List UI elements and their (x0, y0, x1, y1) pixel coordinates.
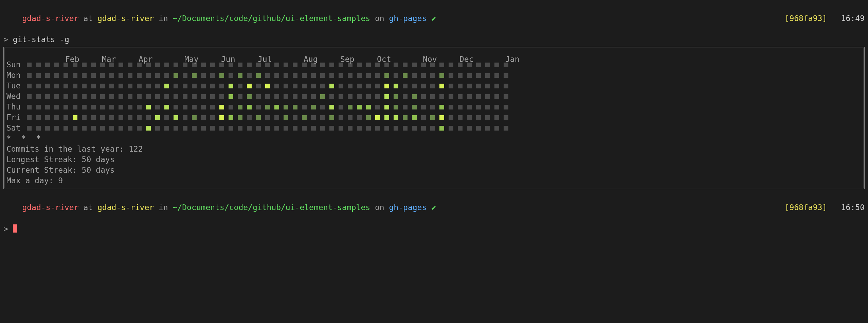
contribution-cell (183, 94, 187, 99)
contribution-cell (375, 84, 380, 88)
contribution-cell (348, 115, 352, 120)
contribution-cell (82, 115, 87, 120)
calendar-row: Wed (6, 91, 862, 102)
contribution-cell (403, 84, 408, 88)
contribution-cell (192, 126, 197, 131)
contribution-cell (45, 63, 50, 67)
contribution-cell (128, 73, 132, 78)
contribution-cell (366, 115, 371, 120)
contribution-cell (430, 94, 435, 99)
contribution-cell (348, 126, 352, 131)
contribution-cell (54, 84, 59, 88)
contribution-cell (403, 115, 408, 120)
contribution-cell (201, 63, 206, 67)
contribution-cell (284, 84, 288, 88)
contribution-cell (64, 115, 68, 120)
contribution-cell (339, 73, 343, 78)
contribution-cell (128, 105, 132, 109)
contribution-cell (274, 84, 279, 88)
cells-container (27, 84, 508, 88)
contribution-cell (64, 126, 68, 131)
contribution-cell (504, 94, 508, 99)
contribution-cell (174, 63, 178, 67)
contribution-cell (174, 73, 178, 78)
contribution-cell (274, 115, 279, 120)
contribution-cell (375, 73, 380, 78)
contribution-cell (91, 84, 96, 88)
contribution-cell (82, 105, 87, 109)
contribution-cell (128, 63, 132, 67)
contribution-cell (137, 126, 142, 131)
contribution-cell (421, 94, 426, 99)
contribution-cell (274, 73, 279, 78)
contribution-cell (109, 126, 114, 131)
shell-prompt-1: gdad-s-river at gdad-s-river in ~/Docume… (3, 3, 865, 34)
contribution-cell (73, 84, 77, 88)
contribution-cell (155, 73, 160, 78)
contribution-cell (302, 115, 307, 120)
contribution-cell (293, 73, 297, 78)
contribution-cell (485, 126, 490, 131)
contribution-cell (128, 115, 132, 120)
contribution-cell (293, 94, 297, 99)
contribution-cell (458, 84, 463, 88)
contribution-cell (320, 63, 325, 67)
contribution-cell (183, 126, 187, 131)
contribution-cell (36, 84, 41, 88)
contribution-cell (27, 105, 32, 109)
contribution-cell (36, 63, 41, 67)
contribution-cell (421, 105, 426, 109)
contribution-cell (449, 63, 453, 67)
prompt-on: on (370, 14, 389, 23)
contribution-cell (164, 94, 169, 99)
contribution-cell (256, 84, 261, 88)
contribution-cell (412, 126, 417, 131)
contribution-cell (449, 84, 453, 88)
command-line-2[interactable]: > (3, 224, 865, 234)
git-stats-output-box: FebMarAprMayJunJulAugSepOctNovDecJan Sun… (3, 47, 865, 189)
contribution-cell (164, 105, 169, 109)
prompt-host: gdad-s-river (97, 14, 154, 23)
prompt-check-icon: ✔ (427, 14, 436, 23)
contribution-cell (458, 94, 463, 99)
contribution-cell (73, 73, 77, 78)
contribution-cell (91, 94, 96, 99)
contribution-cell (146, 84, 151, 88)
contribution-cell (357, 63, 362, 67)
prompt-host: gdad-s-river (97, 203, 154, 212)
git-hash: [968fa93] (785, 14, 827, 23)
contribution-cell (504, 115, 508, 120)
day-label: Sat (6, 123, 27, 133)
contribution-cell (155, 126, 160, 131)
contribution-cell (494, 115, 499, 120)
contribution-cell (91, 73, 96, 78)
contribution-cell (45, 73, 50, 78)
contribution-cell (128, 84, 132, 88)
prompt-branch: gh-pages (389, 14, 427, 23)
prompt-at: at (79, 203, 97, 212)
stat-max-day: Max a day: 9 (6, 175, 862, 186)
contribution-cell (504, 126, 508, 131)
contribution-cell (201, 105, 206, 109)
contribution-cell (137, 84, 142, 88)
contribution-cell (100, 73, 105, 78)
contribution-cell (109, 115, 114, 120)
contribution-cell (229, 94, 233, 99)
contribution-cell (247, 73, 252, 78)
prompt-user: gdad-s-river (22, 14, 78, 23)
contribution-cell (311, 105, 316, 109)
contribution-cell (73, 126, 77, 131)
prompt-check-icon: ✔ (427, 203, 436, 212)
contribution-cell (375, 126, 380, 131)
contribution-cell (485, 63, 490, 67)
contribution-cell (27, 73, 32, 78)
contribution-cell (45, 105, 50, 109)
contribution-cell (210, 94, 215, 99)
contribution-cell (82, 84, 87, 88)
contribution-cell (458, 73, 463, 78)
contribution-cell (201, 115, 206, 120)
contribution-cell (155, 115, 160, 120)
contribution-cell (119, 63, 123, 67)
contribution-cell (155, 105, 160, 109)
contribution-cell (320, 94, 325, 99)
